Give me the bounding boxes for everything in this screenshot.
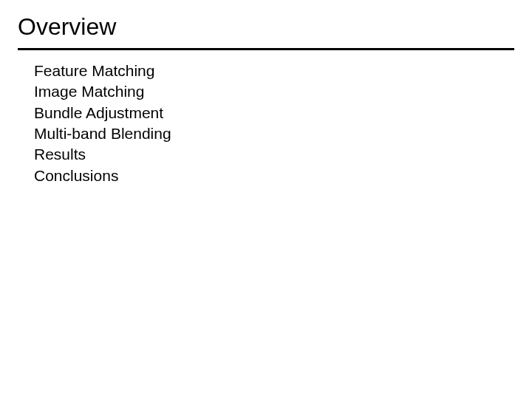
list-item: Conclusions <box>34 166 514 186</box>
list-item: Bundle Adjustment <box>34 103 514 123</box>
list-item: Image Matching <box>34 81 514 102</box>
list-item: Feature Matching <box>34 61 514 81</box>
list-item: Results <box>34 144 514 165</box>
list-item: Multi-band Blending <box>34 123 514 144</box>
slide-title: Overview <box>18 13 514 50</box>
slide-content: Feature Matching Image Matching Bundle A… <box>18 61 514 186</box>
